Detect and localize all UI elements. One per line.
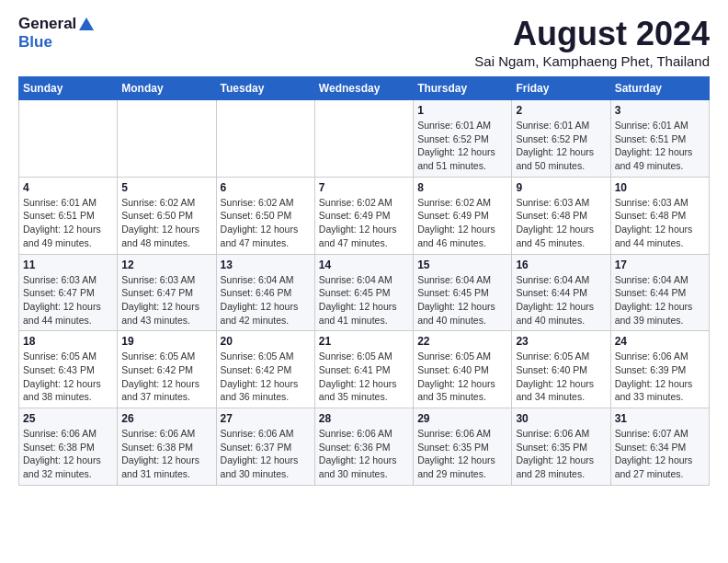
day-number: 19	[121, 335, 211, 348]
day-number: 14	[319, 259, 409, 271]
day-info: Sunrise: 6:06 AM Sunset: 6:37 PM Dayligh…	[221, 427, 311, 481]
day-header-wednesday: Wednesday	[314, 77, 413, 100]
day-number: 5	[121, 181, 211, 194]
day-info: Sunrise: 6:05 AM Sunset: 6:42 PM Dayligh…	[221, 350, 311, 404]
day-info: Sunrise: 6:04 AM Sunset: 6:45 PM Dayligh…	[417, 273, 507, 327]
day-cell: 14Sunrise: 6:04 AM Sunset: 6:45 PM Dayli…	[314, 254, 413, 331]
day-number: 12	[121, 259, 211, 271]
day-number: 16	[516, 259, 606, 271]
day-info: Sunrise: 6:03 AM Sunset: 6:47 PM Dayligh…	[121, 273, 211, 327]
day-number: 1	[417, 104, 507, 117]
day-cell: 6Sunrise: 6:02 AM Sunset: 6:50 PM Daylig…	[216, 177, 314, 254]
day-cell: 24Sunrise: 6:06 AM Sunset: 6:39 PM Dayli…	[610, 331, 709, 408]
day-cell: 3Sunrise: 6:01 AM Sunset: 6:51 PM Daylig…	[610, 100, 709, 178]
day-cell: 26Sunrise: 6:06 AM Sunset: 6:38 PM Dayli…	[118, 408, 216, 486]
day-cell: 1Sunrise: 6:01 AM Sunset: 6:52 PM Daylig…	[414, 100, 512, 178]
day-info: Sunrise: 6:03 AM Sunset: 6:48 PM Dayligh…	[516, 196, 606, 250]
day-number: 30	[516, 412, 606, 425]
day-info: Sunrise: 6:06 AM Sunset: 6:38 PM Dayligh…	[23, 427, 113, 481]
subtitle: Sai Ngam, Kamphaeng Phet, Thailand	[474, 53, 710, 69]
day-number: 31	[615, 412, 705, 425]
day-cell: 19Sunrise: 6:05 AM Sunset: 6:42 PM Dayli…	[118, 331, 216, 408]
day-cell	[19, 100, 118, 178]
main-title: August 2024	[474, 15, 710, 53]
logo-general: General	[18, 15, 76, 33]
logo-blue: Blue	[18, 33, 52, 52]
day-info: Sunrise: 6:05 AM Sunset: 6:43 PM Dayligh…	[23, 350, 113, 404]
day-cell: 4Sunrise: 6:01 AM Sunset: 6:51 PM Daylig…	[19, 177, 118, 254]
day-info: Sunrise: 6:01 AM Sunset: 6:52 PM Dayligh…	[417, 119, 507, 173]
day-info: Sunrise: 6:05 AM Sunset: 6:41 PM Dayligh…	[319, 350, 409, 404]
day-number: 9	[516, 181, 606, 194]
day-header-saturday: Saturday	[610, 77, 709, 100]
day-cell: 17Sunrise: 6:04 AM Sunset: 6:44 PM Dayli…	[610, 254, 709, 331]
day-number: 11	[23, 259, 113, 271]
day-cell: 9Sunrise: 6:03 AM Sunset: 6:48 PM Daylig…	[512, 177, 610, 254]
day-number: 3	[615, 104, 705, 117]
week-row-5: 25Sunrise: 6:06 AM Sunset: 6:38 PM Dayli…	[19, 408, 710, 486]
day-cell	[314, 100, 413, 178]
day-info: Sunrise: 6:02 AM Sunset: 6:49 PM Dayligh…	[417, 196, 507, 250]
day-cell: 25Sunrise: 6:06 AM Sunset: 6:38 PM Dayli…	[19, 408, 118, 486]
day-cell: 31Sunrise: 6:07 AM Sunset: 6:34 PM Dayli…	[610, 408, 709, 486]
day-cell: 18Sunrise: 6:05 AM Sunset: 6:43 PM Dayli…	[19, 331, 118, 408]
day-cell: 22Sunrise: 6:05 AM Sunset: 6:40 PM Dayli…	[414, 331, 512, 408]
day-cell: 11Sunrise: 6:03 AM Sunset: 6:47 PM Dayli…	[19, 254, 118, 331]
day-info: Sunrise: 6:06 AM Sunset: 6:35 PM Dayligh…	[516, 427, 606, 481]
day-number: 10	[615, 181, 705, 194]
day-info: Sunrise: 6:04 AM Sunset: 6:46 PM Dayligh…	[221, 273, 311, 327]
day-number: 6	[221, 181, 311, 194]
page-header: General Blue August 2024 Sai Ngam, Kamph…	[18, 15, 710, 69]
day-number: 13	[221, 259, 311, 271]
day-number: 29	[417, 412, 507, 425]
day-cell: 8Sunrise: 6:02 AM Sunset: 6:49 PM Daylig…	[414, 177, 512, 254]
svg-marker-0	[79, 17, 94, 30]
logo: General Blue	[18, 15, 95, 52]
day-info: Sunrise: 6:02 AM Sunset: 6:50 PM Dayligh…	[221, 196, 311, 250]
day-number: 23	[516, 335, 606, 348]
day-info: Sunrise: 6:07 AM Sunset: 6:34 PM Dayligh…	[615, 427, 705, 481]
day-header-thursday: Thursday	[414, 77, 512, 100]
title-area: August 2024 Sai Ngam, Kamphaeng Phet, Th…	[474, 15, 710, 69]
day-number: 25	[23, 412, 113, 425]
week-row-2: 4Sunrise: 6:01 AM Sunset: 6:51 PM Daylig…	[19, 177, 710, 254]
day-info: Sunrise: 6:06 AM Sunset: 6:35 PM Dayligh…	[417, 427, 507, 481]
day-header-sunday: Sunday	[19, 77, 118, 100]
calendar-table: SundayMondayTuesdayWednesdayThursdayFrid…	[18, 76, 710, 486]
day-info: Sunrise: 6:04 AM Sunset: 6:45 PM Dayligh…	[319, 273, 409, 327]
day-info: Sunrise: 6:01 AM Sunset: 6:51 PM Dayligh…	[23, 196, 113, 250]
day-info: Sunrise: 6:05 AM Sunset: 6:40 PM Dayligh…	[417, 350, 507, 404]
day-number: 2	[516, 104, 606, 117]
day-info: Sunrise: 6:02 AM Sunset: 6:49 PM Dayligh…	[319, 196, 409, 250]
day-cell	[118, 100, 216, 178]
day-cell: 23Sunrise: 6:05 AM Sunset: 6:40 PM Dayli…	[512, 331, 610, 408]
day-number: 24	[615, 335, 705, 348]
day-header-tuesday: Tuesday	[216, 77, 314, 100]
day-info: Sunrise: 6:02 AM Sunset: 6:50 PM Dayligh…	[121, 196, 211, 250]
logo-icon	[78, 16, 95, 32]
day-cell: 16Sunrise: 6:04 AM Sunset: 6:44 PM Dayli…	[512, 254, 610, 331]
day-header-friday: Friday	[512, 77, 610, 100]
day-info: Sunrise: 6:06 AM Sunset: 6:36 PM Dayligh…	[319, 427, 409, 481]
day-number: 26	[121, 412, 211, 425]
day-number: 17	[615, 259, 705, 271]
week-row-1: 1Sunrise: 6:01 AM Sunset: 6:52 PM Daylig…	[19, 100, 710, 178]
day-cell: 30Sunrise: 6:06 AM Sunset: 6:35 PM Dayli…	[512, 408, 610, 486]
week-row-4: 18Sunrise: 6:05 AM Sunset: 6:43 PM Dayli…	[19, 331, 710, 408]
day-info: Sunrise: 6:03 AM Sunset: 6:47 PM Dayligh…	[23, 273, 113, 327]
day-info: Sunrise: 6:01 AM Sunset: 6:52 PM Dayligh…	[516, 119, 606, 173]
day-cell: 5Sunrise: 6:02 AM Sunset: 6:50 PM Daylig…	[118, 177, 216, 254]
day-info: Sunrise: 6:04 AM Sunset: 6:44 PM Dayligh…	[615, 273, 705, 327]
day-cell: 13Sunrise: 6:04 AM Sunset: 6:46 PM Dayli…	[216, 254, 314, 331]
week-row-3: 11Sunrise: 6:03 AM Sunset: 6:47 PM Dayli…	[19, 254, 710, 331]
day-info: Sunrise: 6:06 AM Sunset: 6:38 PM Dayligh…	[121, 427, 211, 481]
day-cell: 27Sunrise: 6:06 AM Sunset: 6:37 PM Dayli…	[216, 408, 314, 486]
day-number: 18	[23, 335, 113, 348]
day-number: 15	[417, 259, 507, 271]
day-number: 4	[23, 181, 113, 194]
day-cell: 2Sunrise: 6:01 AM Sunset: 6:52 PM Daylig…	[512, 100, 610, 178]
day-cell: 28Sunrise: 6:06 AM Sunset: 6:36 PM Dayli…	[314, 408, 413, 486]
day-info: Sunrise: 6:05 AM Sunset: 6:42 PM Dayligh…	[121, 350, 211, 404]
day-number: 28	[319, 412, 409, 425]
day-number: 8	[417, 181, 507, 194]
